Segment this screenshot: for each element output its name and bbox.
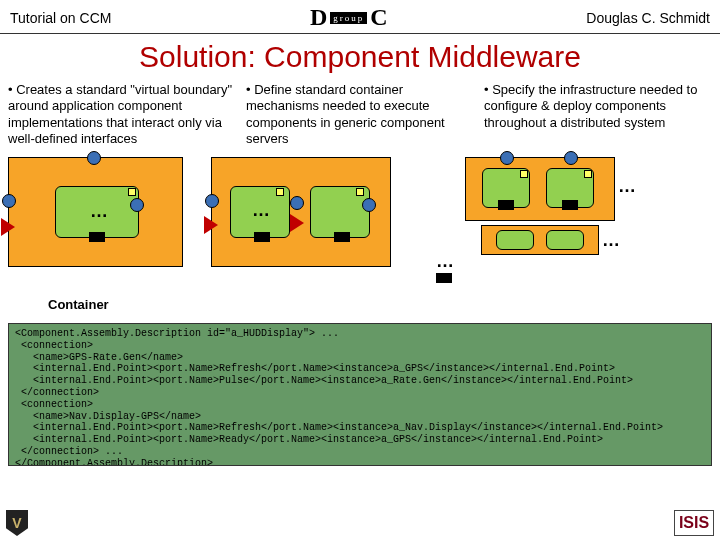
vanderbilt-logo: V [6, 510, 28, 536]
logo-c: C [370, 4, 387, 31]
isis-logo: ISIS [674, 510, 714, 536]
container-box-3a: … [465, 157, 615, 221]
receptacle-left-2 [204, 216, 218, 234]
shield-icon: V [6, 510, 28, 536]
facet-mid-2 [290, 196, 304, 210]
ellipsis-1: … [90, 201, 108, 222]
container-box-1: … [8, 157, 183, 267]
facet-right-1 [130, 198, 144, 212]
component-3c [496, 230, 534, 250]
header-right: Douglas C. Schmidt [586, 10, 710, 26]
ellipsis-3b: … [602, 230, 620, 251]
attr-port-1 [128, 188, 136, 196]
event-port-1 [89, 232, 105, 242]
container-box-2: … [211, 157, 391, 267]
bullet-columns: • Creates a standard "virtual boundary" … [0, 82, 720, 147]
col-1: • Creates a standard "virtual boundary" … [8, 82, 236, 147]
ellipsis-2a: … [252, 200, 270, 221]
attr-port-3a [520, 170, 528, 178]
attr-port-2a [276, 188, 284, 196]
receptacle-left-1 [1, 218, 15, 236]
link-ellipsis: … [436, 251, 454, 272]
xml-deployment-descriptor: <Component.Assembly.Description id="a_HU… [8, 323, 712, 466]
diagram-row: … … … [0, 147, 720, 317]
component-1: … [55, 186, 139, 238]
deployment-group: … … [465, 157, 615, 255]
attr-port-3b [584, 170, 592, 178]
event-port-2b [334, 232, 350, 242]
container-box-3b: … [481, 225, 599, 255]
doc-logo: D group C [310, 4, 388, 31]
facet-right-2 [362, 198, 376, 212]
component-3d [546, 230, 584, 250]
slide-header: Tutorial on CCM D group C Douglas C. Sch… [0, 0, 720, 34]
logo-group-tag: group [330, 12, 367, 24]
event-port-3a [498, 200, 514, 210]
header-left: Tutorial on CCM [10, 10, 111, 26]
attr-port-2b [356, 188, 364, 196]
col-3-text: • Specify the infrastructure needed to c… [484, 82, 712, 131]
facet-top-3a [500, 151, 514, 165]
logo-d: D [310, 4, 327, 31]
link-port [436, 273, 452, 283]
slide-title: Solution: Component Middleware [0, 40, 720, 74]
facet-left-2 [205, 194, 219, 208]
facet-left-1 [2, 194, 16, 208]
col-1-text: • Creates a standard "virtual boundary" … [8, 82, 236, 147]
container-label: Container [48, 297, 109, 312]
receptacle-mid-2 [290, 214, 304, 232]
ellipsis-3a: … [618, 176, 636, 197]
facet-top-1 [87, 151, 101, 165]
col-2-text: • Define standard container mechanisms n… [246, 82, 474, 147]
col-2: • Define standard container mechanisms n… [246, 82, 474, 147]
facet-top-3b [564, 151, 578, 165]
event-port-2a [254, 232, 270, 242]
col-3: • Specify the infrastructure needed to c… [484, 82, 712, 147]
event-port-3b [562, 200, 578, 210]
